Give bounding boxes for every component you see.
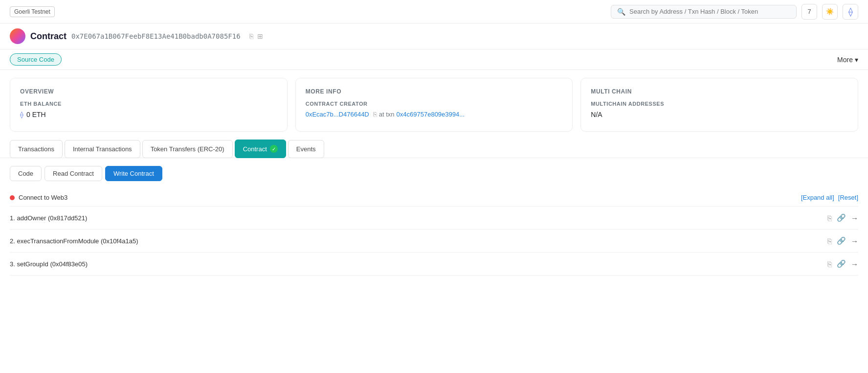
function-link-icon[interactable]: 🔗 bbox=[837, 259, 846, 268]
function-link-icon[interactable]: 🔗 bbox=[837, 236, 846, 245]
creator-address-link[interactable]: 0xEcac7b...D476644D bbox=[306, 111, 369, 118]
contract-function-row: 2. execTransactionFromModule (0x10f4a1a5… bbox=[10, 230, 858, 253]
reset-button[interactable]: [Reset] bbox=[838, 194, 858, 201]
eth-balance-value: 0 ETH bbox=[26, 111, 46, 118]
multi-chain-card: Multi Chain MULTICHAIN ADDRESSES N/A bbox=[580, 78, 858, 132]
sub-tab-code[interactable]: Code bbox=[10, 166, 42, 181]
contract-function-label: 3. setGroupId (0x04f83e05) bbox=[10, 260, 88, 268]
eth-balance-label: ETH BALANCE bbox=[20, 101, 277, 107]
eth-diamond-icon: ⟠ bbox=[20, 111, 23, 118]
function-arrow-icon[interactable]: → bbox=[851, 260, 858, 268]
header-icons: ⎘ ⊞ bbox=[249, 32, 263, 40]
copy-creator-icon[interactable]: ⎘ bbox=[373, 111, 377, 118]
more-button[interactable]: More ▾ bbox=[837, 56, 858, 64]
contract-function-icons: ⎘🔗→ bbox=[827, 259, 858, 268]
connect-left: Connect to Web3 bbox=[10, 194, 67, 201]
chevron-down-icon: ▾ bbox=[855, 56, 858, 64]
more-info-card: More Info CONTRACT CREATOR 0xEcac7b...D4… bbox=[295, 78, 573, 132]
content-area: Code Read Contract Write Contract Connec… bbox=[0, 158, 868, 283]
source-code-tab[interactable]: Source Code bbox=[10, 53, 62, 66]
expand-all-button[interactable]: [Expand all] bbox=[801, 194, 834, 201]
function-link-icon[interactable]: 🔗 bbox=[837, 213, 846, 222]
sub-tab-bar: Code Read Contract Write Contract bbox=[10, 166, 858, 181]
contract-functions-list: 1. addOwner (0x817dd521)⎘🔗→2. execTransa… bbox=[10, 207, 858, 276]
connect-to-web3-bar: Connect to Web3 [Expand all] [Reset] bbox=[10, 189, 858, 207]
multichain-addresses-label: MULTICHAIN ADDRESSES bbox=[591, 101, 848, 107]
connect-to-web3-label: Connect to Web3 bbox=[19, 194, 67, 201]
testnet-badge[interactable]: Goerli Testnet bbox=[10, 6, 55, 17]
function-copy-icon[interactable]: ⎘ bbox=[827, 237, 832, 245]
theme-toggle-icon[interactable]: ☀️ bbox=[822, 4, 838, 20]
contract-function-label: 2. execTransactionFromModule (0x10f4a1a5… bbox=[10, 237, 138, 245]
tab-events[interactable]: Events bbox=[288, 140, 324, 158]
sub-tab-read-contract[interactable]: Read Contract bbox=[45, 166, 102, 181]
contract-avatar bbox=[10, 28, 25, 44]
search-input[interactable] bbox=[629, 8, 790, 15]
contract-header: Contract 0x7E067a1B067FeebF8E13Ae41B0bad… bbox=[0, 23, 868, 49]
overview-card-title: Overview bbox=[20, 88, 277, 95]
contract-function-row: 1. addOwner (0x817dd521)⎘🔗→ bbox=[10, 207, 858, 230]
overview-card: Overview ETH BALANCE ⟠ 0 ETH bbox=[10, 78, 288, 132]
function-arrow-icon[interactable]: → bbox=[851, 237, 858, 245]
function-arrow-icon[interactable]: → bbox=[851, 214, 858, 222]
contract-function-icons: ⎘🔗→ bbox=[827, 236, 858, 245]
more-info-card-title: More Info bbox=[306, 88, 563, 95]
top-nav: Goerli Testnet 🔍 7 ☀️ ⟠ bbox=[0, 0, 868, 23]
contract-function-label: 1. addOwner (0x817dd521) bbox=[10, 214, 87, 222]
source-code-tabs-row: Source Code More ▾ bbox=[0, 49, 868, 70]
contract-title-label: Contract bbox=[30, 31, 67, 42]
tab-transactions[interactable]: Transactions bbox=[10, 140, 63, 158]
function-copy-icon[interactable]: ⎘ bbox=[827, 260, 832, 268]
txn-hash-link[interactable]: 0x4c69757e809e3994... bbox=[397, 111, 465, 118]
connect-right: [Expand all] [Reset] bbox=[801, 194, 858, 201]
contract-function-row: 3. setGroupId (0x04f83e05)⎘🔗→ bbox=[10, 253, 858, 276]
contract-address: 0x7E067a1B067FeebF8E13Ae41B0badb0A7085F1… bbox=[71, 32, 241, 40]
nav-right: 🔍 7 ☀️ ⟠ bbox=[611, 4, 858, 20]
qr-code-icon[interactable]: ⊞ bbox=[257, 32, 263, 40]
more-label: More bbox=[837, 56, 853, 64]
at-txn-text: at txn bbox=[379, 111, 395, 118]
tab-contract[interactable]: Contract ✓ bbox=[235, 140, 286, 158]
eth-network-icon[interactable]: ⟠ bbox=[843, 4, 858, 20]
creator-label: CONTRACT CREATOR bbox=[306, 101, 563, 107]
contract-tab-label: Contract bbox=[243, 145, 267, 153]
multi-chain-card-title: Multi Chain bbox=[591, 88, 848, 95]
contract-function-icons: ⎘🔗→ bbox=[827, 213, 858, 222]
tab-token-transfers[interactable]: Token Transfers (ERC-20) bbox=[142, 140, 233, 158]
multichain-addresses-value: N/A bbox=[591, 111, 848, 118]
nav-number-btn[interactable]: 7 bbox=[801, 4, 817, 20]
nav-left: Goerli Testnet bbox=[10, 6, 55, 17]
function-copy-icon[interactable]: ⎘ bbox=[827, 214, 832, 222]
search-icon: 🔍 bbox=[617, 8, 625, 16]
contract-verified-checkmark: ✓ bbox=[270, 145, 278, 153]
tab-internal-transactions[interactable]: Internal Transactions bbox=[65, 140, 140, 158]
copy-address-icon[interactable]: ⎘ bbox=[249, 32, 253, 40]
creator-row: 0xEcac7b...D476644D ⎘ at txn 0x4c69757e8… bbox=[306, 111, 563, 118]
connection-status-dot bbox=[10, 195, 15, 200]
main-tab-bar: Transactions Internal Transactions Token… bbox=[0, 140, 868, 158]
sub-tab-write-contract[interactable]: Write Contract bbox=[105, 166, 162, 181]
info-cards-row: Overview ETH BALANCE ⟠ 0 ETH More Info C… bbox=[0, 70, 868, 140]
search-bar-container: 🔍 bbox=[611, 5, 797, 19]
eth-balance-row: ⟠ 0 ETH bbox=[20, 111, 277, 118]
